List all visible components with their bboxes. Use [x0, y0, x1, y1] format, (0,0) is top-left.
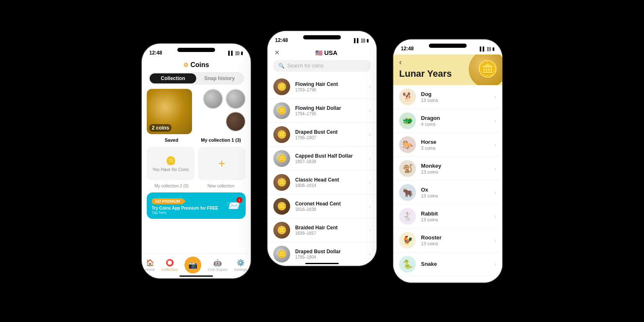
coin-list-item[interactable]: 🪙 Coronet Head Cent 1816–1839 ›: [267, 195, 377, 218]
nav-collection[interactable]: ⭕ Collection: [161, 259, 178, 272]
my-collection-1-box[interactable]: [195, 89, 246, 134]
time-1: 12:48: [149, 50, 162, 56]
saved-coins-image: 2 coins: [147, 89, 192, 134]
usa-flag: 🇺🇸: [315, 49, 322, 56]
chevron-right-icon: ›: [369, 227, 371, 233]
coin-avatar: 🪙: [273, 102, 290, 119]
animal-avatar-ox: 🐂: [399, 184, 416, 201]
animal-name: Dog: [421, 91, 494, 97]
coin-logo-icon: ⚙: [183, 62, 189, 68]
coin-years: 1839–1857: [295, 231, 369, 236]
lunar-list-item[interactable]: 🐓 Rooster 13 coins ›: [393, 229, 502, 252]
chevron-right-icon: ›: [494, 117, 496, 124]
coin-name: Flowing Hair Dollar: [295, 105, 369, 111]
coin-list-item[interactable]: 🪙 Braided Hair Cent 1839–1857 ›: [267, 218, 377, 242]
coin-years: 1816–1839: [295, 207, 369, 212]
animal-coins: 13 coins: [421, 193, 494, 198]
phone3-body: ‹ Lunar Years 🪙 🐕 Dog 13 coins › 🐲 Drago…: [393, 39, 502, 283]
animal-name: Snake: [421, 261, 494, 267]
lunar-header: ‹ Lunar Years 🪙: [393, 55, 502, 85]
chevron-right-icon: ›: [369, 84, 371, 90]
coin-info: Coronet Head Cent 1816–1839: [295, 201, 369, 212]
status-bar-1: 12:48 ▌▌ ))) ▮: [142, 44, 251, 59]
chevron-right-icon: ›: [494, 141, 496, 148]
animal-info: Monkey 13 coins: [421, 163, 494, 174]
status-icons-2: ▌▌ ))) ▮: [354, 38, 369, 43]
premium-banner[interactable]: GO PREMIUM Try Coins App Premium for FRE…: [147, 192, 246, 219]
phone-usa-search: 12:48 ▌▌ ))) ▮ ✕ 🇺🇸 USA 🔍 Search for coi…: [267, 31, 377, 266]
coin-years: 1796–1807: [295, 135, 369, 140]
tab-snap-history[interactable]: Snap history: [196, 73, 243, 83]
animal-coins: 3 coins: [421, 145, 494, 151]
back-button[interactable]: ‹: [399, 58, 402, 66]
p2-header: ✕ 🇺🇸 USA: [267, 46, 377, 60]
lunar-list-item[interactable]: 🐕 Dog 13 coins ›: [393, 85, 502, 109]
animal-avatar-rooster: 🐓: [399, 232, 416, 249]
nav-home[interactable]: 🏠 Home: [145, 259, 155, 272]
lunar-list-item[interactable]: 🐂 Ox 13 coins ›: [393, 181, 502, 205]
coin-thumb-3: [226, 112, 246, 132]
animal-avatar-rabbit: 🐇: [399, 208, 416, 225]
nav-camera[interactable]: 📷: [184, 257, 201, 274]
lunar-list-item[interactable]: 🐒 Monkey 13 coins ›: [393, 157, 502, 181]
coin-info: Flowing Hair Cent 1793–1796: [295, 81, 369, 92]
animal-avatar-horse: 🐎: [399, 136, 416, 153]
status-bar-2: 12:48 ▌▌ ))) ▮: [267, 31, 377, 46]
coin-years: 1807–1839: [295, 159, 369, 164]
ai-icon: 🤖: [213, 259, 222, 267]
animal-name: Rabbit: [421, 210, 494, 217]
coin-list-item[interactable]: 🪙 Classic Head Cent 1808–1814 ›: [267, 171, 377, 195]
coin-row-1: [195, 89, 246, 109]
coin-list-item[interactable]: 🪙 Draped Bust Dollar 1795–1804 ›: [267, 242, 377, 266]
animal-coins: 4 coins: [421, 122, 494, 127]
nav-settings[interactable]: ⚙️ Settings: [234, 259, 248, 272]
animal-name: Horse: [421, 139, 494, 145]
new-collection-label: New collection: [196, 184, 246, 188]
camera-button[interactable]: 📷: [184, 257, 201, 273]
coin-list-item[interactable]: 🪙 Flowing Hair Dollar 1794–1795 ›: [267, 99, 377, 123]
saved-box[interactable]: 2 coins: [147, 89, 192, 134]
coin-years: 1795–1804: [295, 255, 369, 260]
coin-list-item[interactable]: 🪙 Capped Bust Half Dollar 1807–1839 ›: [267, 147, 377, 171]
lunar-list-item[interactable]: 🐲 Dragon 4 coins ›: [393, 109, 502, 133]
premium-icon-wrap: 📨 1: [226, 199, 241, 213]
no-coins-label-row: My collection 2 (0) New collection: [142, 184, 251, 188]
premium-tag: GO PREMIUM: [152, 198, 186, 204]
status-icons-3: ▌▌ ))) ▮: [480, 47, 495, 51]
chevron-right-icon: ›: [369, 203, 371, 209]
search-bar[interactable]: 🔍 Search for coins: [273, 60, 371, 72]
animal-coins: 13 coins: [421, 98, 494, 103]
animal-name: Rooster: [421, 234, 494, 241]
animal-coins: 13 coins: [421, 241, 494, 246]
home-label: Home: [145, 267, 155, 272]
animal-coins: 13 coins: [421, 217, 494, 222]
animal-info: Rooster 13 coins: [421, 234, 494, 246]
new-collection-box[interactable]: +: [198, 147, 246, 180]
lunar-list-item[interactable]: 🐇 Rabbit 13 coins ›: [393, 205, 502, 229]
close-button[interactable]: ✕: [274, 49, 280, 57]
search-placeholder: Search for coins: [287, 63, 324, 69]
premium-text: Try Coins App Premium for FREE: [152, 206, 223, 210]
animal-avatar-snake: 🐍: [399, 256, 416, 273]
coin-list-item[interactable]: 🪙 Flowing Hair Cent 1793–1796 ›: [267, 75, 377, 99]
p2-title: 🇺🇸 USA: [283, 49, 370, 56]
coin-list-item[interactable]: 🪙 Draped Bust Cent 1796–1807 ›: [267, 123, 377, 147]
animal-coins: 13 coins: [421, 169, 494, 174]
plus-icon: +: [218, 157, 225, 170]
coin-avatar: 🪙: [273, 78, 290, 95]
chevron-right-icon: ›: [369, 108, 371, 114]
my-collection-2-label: My collection 2 (0): [147, 184, 196, 188]
animal-info: Snake: [421, 261, 494, 267]
lunar-list-item[interactable]: 🐎 Horse 3 coins ›: [393, 133, 502, 157]
p1-header: ⚙ Coins: [142, 59, 251, 72]
chevron-right-icon: ›: [369, 251, 371, 257]
nav-coin-expert[interactable]: 🤖 Coin Expert: [208, 259, 227, 272]
notch-3: [429, 44, 467, 48]
lunar-list-item[interactable]: 🐍 Snake ›: [393, 252, 502, 276]
no-coins-box[interactable]: 🪙 You Have No Coins: [147, 147, 195, 180]
tab-collection[interactable]: Collection: [150, 73, 196, 83]
coin-decoration: 🪙: [469, 55, 502, 85]
coin-avatar: 🪙: [273, 150, 290, 167]
coin-list: 🪙 Flowing Hair Cent 1793–1796 › 🪙 Flowin…: [267, 75, 377, 266]
phone-lunar-years: 12:48 ▌▌ ))) ▮ ‹ Lunar Years 🪙 🐕 Dog 13 …: [393, 39, 502, 283]
